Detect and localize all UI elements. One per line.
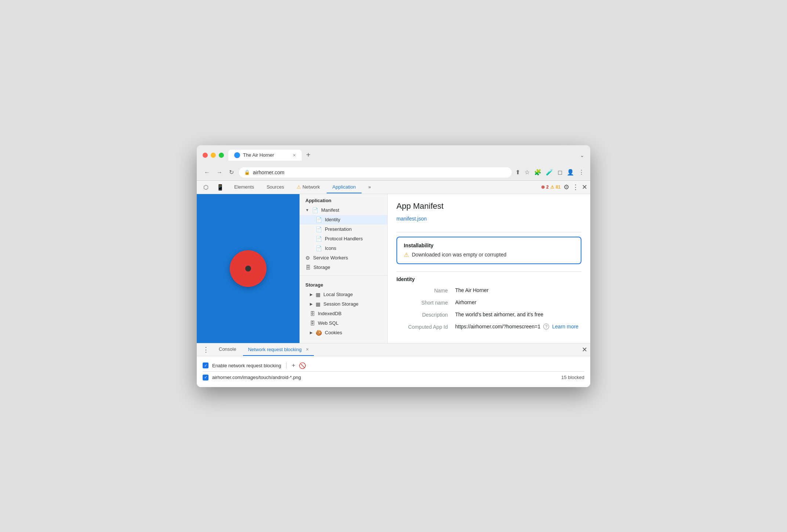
address-actions: ⬆ ☆ 🧩 🧪 ◻ 👤 ⋮ <box>515 169 584 176</box>
extensions-icon[interactable]: 🧩 <box>534 169 541 176</box>
close-button[interactable] <box>203 153 208 158</box>
bookmark-icon[interactable]: ☆ <box>525 169 530 176</box>
service-workers-label: Service Workers <box>313 255 348 260</box>
devtools-cursor-icon[interactable]: ⬡ <box>200 181 212 194</box>
back-button[interactable]: ← <box>203 168 211 177</box>
sidebar-item-indexeddb[interactable]: 🗄 IndexedDB <box>300 309 387 318</box>
sidebar-item-storage[interactable]: 🗄 Storage <box>300 263 387 272</box>
sidebar-divider <box>300 275 387 276</box>
profile-icon[interactable]: 👤 <box>567 169 574 176</box>
settings-icon[interactable]: ⚙ <box>563 183 569 191</box>
enable-row: ✓ Enable network request blocking + 🚫 <box>203 360 584 372</box>
service-workers-icon: ⚙ <box>305 255 310 261</box>
sidebar-item-cookies[interactable]: ▶ 🍪 Cookies <box>300 328 387 338</box>
blocked-count: 15 blocked <box>561 375 584 380</box>
horn-center <box>245 266 251 272</box>
devtools-actions: ⊗ 2 ⚠ 81 ⚙ ⋮ ✕ <box>541 183 587 191</box>
blocked-checkbox[interactable]: ✓ <box>203 375 208 380</box>
error-icon: ⊗ <box>541 185 545 190</box>
identity-table: Name The Air Horner Short name Airhorner… <box>396 287 581 330</box>
info-row-description: Description The world's best airhorner, … <box>396 311 581 318</box>
devtools-body: Application ▼ 📄 Manifest 📄 Identity 📄 Pr… <box>197 194 590 343</box>
devtools-close-icon[interactable]: ✕ <box>582 183 587 191</box>
session-storage-arrow-icon: ▶ <box>310 302 313 306</box>
lab-icon[interactable]: 🧪 <box>546 169 553 176</box>
refresh-button[interactable]: ↻ <box>228 167 235 177</box>
devtools: ⬡ 📱 Elements Sources ⚠ Network Applicati… <box>197 181 590 387</box>
title-bar: 🌐 The Air Horner × + ⌄ <box>197 145 590 164</box>
help-icon[interactable]: ? <box>543 324 549 329</box>
new-tab-button[interactable]: + <box>303 151 313 159</box>
devtools-sidebar: Application ▼ 📄 Manifest 📄 Identity 📄 Pr… <box>300 194 388 343</box>
local-storage-icon: ▦ <box>316 292 320 298</box>
network-request-blocking-tab[interactable]: Network request blocking × <box>243 343 314 356</box>
bottom-tabs: ⋮ Console Network request blocking × ✕ <box>197 343 590 356</box>
devtools-responsive-icon[interactable]: 📱 <box>213 181 228 194</box>
url-bar[interactable]: 🔒 airhorner.com <box>239 167 512 178</box>
share-icon[interactable]: ⬆ <box>515 169 520 176</box>
short-name-value: Airhorner <box>455 299 476 305</box>
tab-close-button[interactable]: × <box>293 152 296 158</box>
sidebar-item-service-workers[interactable]: ⚙ Service Workers <box>300 253 387 263</box>
enable-checkbox[interactable]: ✓ <box>203 362 208 368</box>
devtools-menu-icon[interactable]: ⋮ <box>572 183 579 191</box>
tab-application[interactable]: Application <box>327 181 362 193</box>
divider-2 <box>396 272 581 272</box>
session-storage-icon: ▦ <box>316 301 320 307</box>
bottom-menu-icon[interactable]: ⋮ <box>200 343 212 356</box>
computed-app-id-value: https://airhorner.com/?homescreen=1 ? Le… <box>455 324 579 329</box>
minimize-button[interactable] <box>211 153 216 158</box>
description-label: Description <box>396 311 455 318</box>
error-badge: ⊗ 2 ⚠ 81 <box>541 185 561 190</box>
main-content: App Manifest manifest.json Installabilit… <box>388 194 590 343</box>
manifest-file-icon: 📄 <box>312 207 318 213</box>
sidebar-item-identity[interactable]: 📄 Identity <box>300 215 387 225</box>
sidebar-item-presentation[interactable]: 📄 Presentation <box>300 225 387 234</box>
browser-window: 🌐 The Air Horner × + ⌄ ← → ↻ 🔒 airhorner… <box>197 145 590 387</box>
block-icon-button[interactable]: 🚫 <box>299 362 306 369</box>
add-rule-button[interactable]: + <box>292 362 295 369</box>
protocol-file-icon: 📄 <box>316 236 322 242</box>
name-value: The Air Horner <box>455 287 489 293</box>
tab-favicon: 🌐 <box>234 152 240 158</box>
forward-button[interactable]: → <box>215 168 224 177</box>
bottom-actions: ✕ <box>582 346 587 354</box>
cookies-arrow-icon: ▶ <box>310 331 313 335</box>
menu-icon[interactable]: ⋮ <box>579 169 584 176</box>
sidebar-item-session-storage[interactable]: ▶ ▦ Session Storage <box>300 299 387 309</box>
local-storage-arrow-icon: ▶ <box>310 292 313 296</box>
tab-more[interactable]: » <box>362 181 377 193</box>
split-icon[interactable]: ◻ <box>558 169 562 176</box>
installability-title: Installability <box>404 243 574 248</box>
warning-count: 81 <box>556 185 561 190</box>
installability-msg-text: Downloaded icon was empty or corrupted <box>412 252 507 258</box>
websql-icon: 🗄 <box>310 320 315 326</box>
tab-expand-icon[interactable]: ⌄ <box>580 152 584 158</box>
tab-elements[interactable]: Elements <box>228 181 260 193</box>
console-tab[interactable]: Console <box>214 343 242 356</box>
horn-button[interactable] <box>230 250 266 287</box>
address-bar: ← → ↻ 🔒 airhorner.com ⬆ ☆ 🧩 🧪 ◻ 👤 ⋮ <box>197 164 590 181</box>
tab-sources[interactable]: Sources <box>261 181 290 193</box>
sidebar-item-websql[interactable]: 🗄 Web SQL <box>300 318 387 328</box>
info-row-short-name: Short name Airhorner <box>396 299 581 306</box>
network-tab-close-icon[interactable]: × <box>306 346 309 352</box>
icons-file-icon: 📄 <box>316 245 322 251</box>
manifest-json-link[interactable]: manifest.json <box>396 216 427 222</box>
blocked-path: airhorner.com/images/touch/android-*.png <box>212 375 558 380</box>
sidebar-item-protocol-handlers[interactable]: 📄 Protocol Handlers <box>300 234 387 244</box>
error-count: 2 <box>546 185 549 190</box>
learn-more-link[interactable]: Learn more <box>552 324 579 329</box>
presentation-label: Presentation <box>325 226 352 232</box>
description-value: The world's best airhorner, and it's fre… <box>455 311 543 317</box>
tab-title: The Air Horner <box>243 152 290 158</box>
sidebar-item-manifest[interactable]: ▼ 📄 Manifest <box>300 205 387 215</box>
sidebar-item-icons[interactable]: 📄 Icons <box>300 244 387 253</box>
maximize-button[interactable] <box>219 153 224 158</box>
tab-network[interactable]: ⚠ Network <box>291 181 326 193</box>
sidebar-item-local-storage[interactable]: ▶ ▦ Local Storage <box>300 290 387 299</box>
bottom-close-icon[interactable]: ✕ <box>582 346 587 354</box>
storage-label: Storage <box>313 265 330 270</box>
divider-1 <box>396 232 581 232</box>
browser-tab[interactable]: 🌐 The Air Horner × <box>228 150 302 161</box>
